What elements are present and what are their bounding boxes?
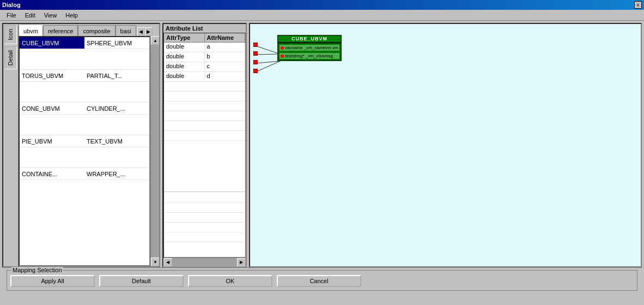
bottom-section: Mapping Selection Apply All Default OK C… xyxy=(2,267,642,303)
tab-nav-arrows: ◀ ▶ xyxy=(137,27,153,36)
scroll-down-button[interactable]: ▼ xyxy=(151,258,159,266)
attr-type-cell: double xyxy=(164,62,205,71)
list-item[interactable]: CYLINDER_... xyxy=(84,103,149,115)
list-item[interactable]: CUBE_UBVM xyxy=(20,37,84,49)
attr-row: double d xyxy=(164,72,245,82)
attr-table: AttrType AttrName double a double b doub… xyxy=(163,33,246,258)
list-content: CUBE_UBVM SPHERE_UBVM TORUS_UBVM PARTIAL… xyxy=(19,36,150,266)
canvas-panel[interactable]: CUBE_UBVM vacname _vm_name vm vm teststr… xyxy=(249,23,642,267)
node-port-dot xyxy=(281,46,284,50)
attr-row: double a xyxy=(164,43,245,52)
attr-row-empty xyxy=(165,193,244,203)
detail-button[interactable]: Detail xyxy=(4,46,17,69)
hscroll-left-button[interactable]: ◀ xyxy=(163,258,172,267)
menu-file[interactable]: File xyxy=(2,11,21,20)
icon-button[interactable]: Icon xyxy=(4,25,17,44)
attr-row-empty xyxy=(164,101,245,111)
left-panel: Icon Detail ubvm reference composite bas… xyxy=(2,23,160,267)
attr-row: double c xyxy=(164,62,245,72)
side-buttons: Icon Detail xyxy=(3,24,19,266)
list-spacer xyxy=(84,82,149,103)
attr-row-empty xyxy=(164,111,245,121)
tab-composite[interactable]: composite xyxy=(78,25,115,36)
tab-ubvm[interactable]: ubvm xyxy=(19,25,43,36)
list-spacer xyxy=(20,49,84,70)
list-item[interactable]: TORUS_UBVM xyxy=(20,70,84,82)
node-port-label: teststring* _vm_clickmsg xyxy=(285,53,333,58)
attr-name-cell: c xyxy=(205,62,246,71)
list-scrollbar: ▲ ▼ xyxy=(150,36,159,266)
list-spacer xyxy=(84,49,149,70)
menu-help[interactable]: Help xyxy=(61,11,82,20)
attr-row-empty xyxy=(165,213,244,223)
attr-row: double b xyxy=(164,52,245,62)
node-title: CUBE_UBVM xyxy=(277,35,342,43)
attr-row-empty xyxy=(164,121,245,131)
list-spacer xyxy=(20,115,84,135)
mapping-selection-group: Mapping Selection Apply All Default OK C… xyxy=(7,270,637,291)
port-dot xyxy=(253,60,258,64)
attr-row-empty xyxy=(165,223,244,232)
attr-header-row: AttrType AttrName xyxy=(164,33,245,43)
port-dot xyxy=(253,69,258,73)
list-item[interactable]: PARTIAL_T... xyxy=(84,70,149,82)
tab-next-arrow[interactable]: ▶ xyxy=(145,27,153,36)
dialog-title: Dialog xyxy=(2,2,21,8)
node-port-row: teststring* _vm_clickmsg xyxy=(279,52,340,59)
list-spacer xyxy=(84,115,149,135)
hscroll-track[interactable] xyxy=(172,258,237,267)
dialog-content: Icon Detail ubvm reference composite bas… xyxy=(0,21,644,305)
attr-name-cell: b xyxy=(205,52,246,62)
list-spacer xyxy=(20,147,84,168)
list-with-scroll: CUBE_UBVM SPHERE_UBVM TORUS_UBVM PARTIAL… xyxy=(19,36,159,266)
port-dot xyxy=(253,51,258,56)
scroll-up-button[interactable]: ▲ xyxy=(151,36,159,45)
close-button[interactable]: × xyxy=(634,1,642,9)
node[interactable]: CUBE_UBVM vacname _vm_name vm vm teststr… xyxy=(277,35,342,61)
attr-header-type: AttrType xyxy=(164,33,205,42)
attr-bottom-section xyxy=(164,192,245,257)
attr-row-empty xyxy=(165,232,244,242)
tabs-row: ubvm reference composite basi ◀ ▶ xyxy=(19,24,159,36)
menu-bar: File Edit View Help xyxy=(0,10,644,21)
mapping-selection-label: Mapping Selection xyxy=(11,267,63,273)
list-item[interactable]: PIE_UBVM xyxy=(20,135,84,147)
list-item[interactable]: CONTAINE... xyxy=(20,168,84,180)
list-item[interactable]: WRAPPER_... xyxy=(84,168,149,180)
attr-row-empty xyxy=(164,131,245,141)
menu-view[interactable]: View xyxy=(40,11,62,20)
node-port-row: vacname _vm_name vm vm xyxy=(279,44,340,51)
node-port-dot xyxy=(281,55,284,58)
node-port-label: vacname _vm_name xyxy=(285,45,325,50)
ok-button[interactable]: OK xyxy=(188,275,272,287)
svg-line-0 xyxy=(256,46,280,54)
tab-reference[interactable]: reference xyxy=(43,25,78,36)
attr-type-cell: double xyxy=(164,72,205,81)
attr-row-empty xyxy=(164,92,245,101)
list-spacer xyxy=(20,82,84,103)
menu-edit[interactable]: Edit xyxy=(21,11,40,20)
hscroll-right-button[interactable]: ▶ xyxy=(237,258,246,267)
list-grid: CUBE_UBVM SPHERE_UBVM TORUS_UBVM PARTIAL… xyxy=(20,37,149,180)
tab-basic[interactable]: basi xyxy=(116,25,136,36)
attr-type-cell: double xyxy=(164,43,205,52)
list-area: ubvm reference composite basi ◀ ▶ CUBE_U… xyxy=(19,24,159,266)
attr-name-cell: d xyxy=(205,72,246,81)
attr-name-cell: a xyxy=(205,43,246,52)
list-item[interactable]: TEXT_UBVM xyxy=(84,135,149,147)
node-body: vacname _vm_name vm vm teststring* _vm_c… xyxy=(277,43,342,61)
attribute-list-panel: Attribute List AttrType AttrName double … xyxy=(162,23,247,267)
tab-prev-arrow[interactable]: ◀ xyxy=(137,27,145,36)
default-button[interactable]: Default xyxy=(99,275,184,287)
list-item[interactable]: SPHERE_UBVM xyxy=(84,37,149,49)
list-item[interactable]: CONE_UBVM xyxy=(20,103,84,115)
cancel-button[interactable]: Cancel xyxy=(277,275,361,287)
scroll-track[interactable] xyxy=(151,45,159,258)
node-port-right-label: vm vm xyxy=(325,45,338,50)
attr-hscroll: ◀ ▶ xyxy=(163,258,246,266)
list-spacer xyxy=(84,147,149,168)
title-bar: Dialog × xyxy=(0,0,644,10)
main-area: Icon Detail ubvm reference composite bas… xyxy=(2,23,642,267)
apply-all-button[interactable]: Apply All xyxy=(10,275,95,287)
attr-row-empty xyxy=(164,82,245,92)
